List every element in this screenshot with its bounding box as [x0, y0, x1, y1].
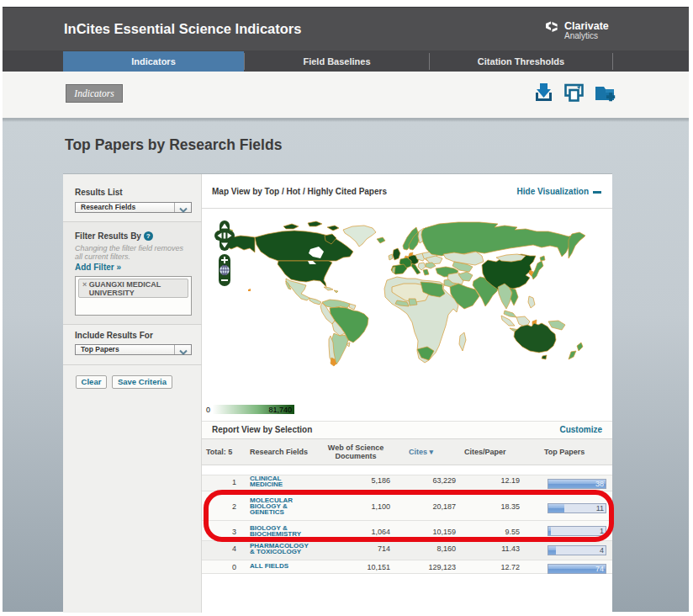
svg-text:Clarivate: Clarivate — [564, 20, 609, 32]
svg-text:0: 0 — [206, 406, 210, 414]
svg-text:81,740: 81,740 — [268, 406, 292, 414]
svg-text:Analytics: Analytics — [564, 31, 598, 40]
